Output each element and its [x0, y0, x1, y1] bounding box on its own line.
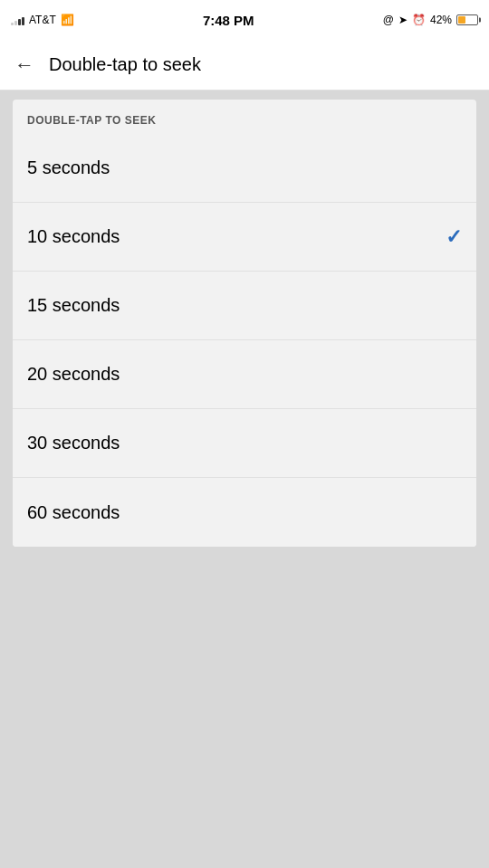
option-20s-label: 20 seconds — [27, 364, 120, 385]
option-30s-label: 30 seconds — [27, 433, 120, 453]
battery-fill — [458, 16, 465, 24]
options-list: 5 seconds 10 seconds ✓ 15 seconds 20 sec… — [13, 134, 476, 547]
settings-panel: DOUBLE-TAP TO SEEK 5 seconds 10 seconds … — [13, 100, 476, 547]
battery-indicator — [456, 14, 478, 25]
signal-bar-2 — [14, 21, 17, 25]
back-button[interactable]: ← — [14, 55, 34, 75]
option-15s-label: 15 seconds — [27, 295, 120, 316]
at-icon: @ — [383, 14, 394, 26]
alarm-icon: ⏰ — [412, 14, 426, 26]
option-5s[interactable]: 5 seconds — [13, 134, 476, 203]
option-5s-label: 5 seconds — [27, 157, 110, 178]
signal-bar-1 — [11, 23, 14, 25]
option-10s-label: 10 seconds — [27, 226, 120, 247]
option-60s-label: 60 seconds — [27, 502, 120, 523]
wifi-icon: 📶 — [61, 14, 74, 26]
app-header: ← Double-tap to seek — [0, 40, 489, 91]
status-left: AT&T 📶 — [11, 14, 74, 26]
option-20s[interactable]: 20 seconds — [13, 340, 476, 409]
battery-icon — [456, 14, 478, 25]
option-10s[interactable]: 10 seconds ✓ — [13, 203, 476, 272]
time-display: 7:48 PM — [203, 13, 254, 28]
checkmark-icon: ✓ — [446, 225, 462, 249]
section-header: DOUBLE-TAP TO SEEK — [13, 100, 476, 134]
signal-bar-3 — [18, 19, 21, 25]
page-title: Double-tap to seek — [49, 54, 201, 75]
option-60s[interactable]: 60 seconds — [13, 478, 476, 547]
carrier-label: AT&T — [29, 14, 56, 26]
option-15s[interactable]: 15 seconds — [13, 272, 476, 340]
signal-bars — [11, 14, 24, 25]
status-bar: AT&T 📶 7:48 PM @ ➤ ⏰ 42% — [0, 0, 489, 40]
location-icon: ➤ — [398, 14, 408, 26]
option-30s[interactable]: 30 seconds — [13, 409, 476, 478]
signal-bar-4 — [22, 17, 24, 25]
battery-percent-label: 42% — [430, 14, 452, 26]
status-right: @ ➤ ⏰ 42% — [383, 14, 478, 26]
